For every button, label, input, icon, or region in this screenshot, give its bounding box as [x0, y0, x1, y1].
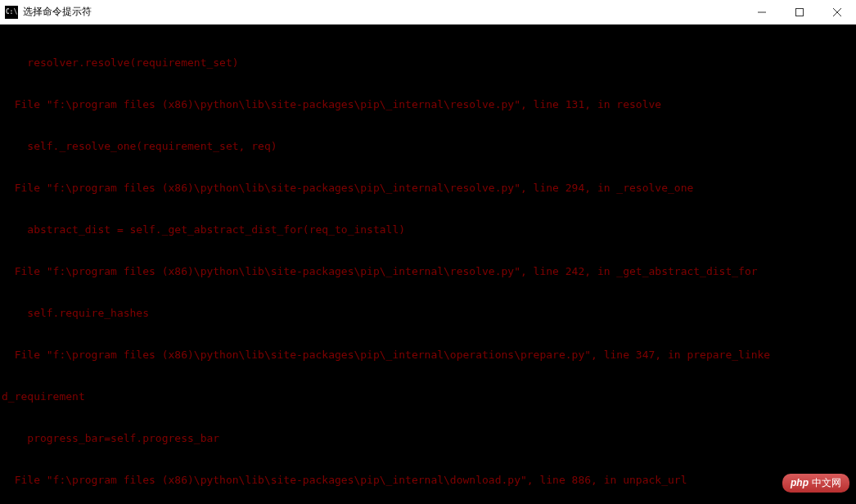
titlebar[interactable]: C:\ 选择命令提示符: [0, 0, 856, 25]
terminal-line: File "f:\program files (x86)\python\lib\…: [2, 473, 854, 487]
terminal-line: abstract_dist = self._get_abstract_dist_…: [2, 223, 854, 236]
svg-rect-1: [796, 8, 804, 16]
window-controls: [743, 0, 856, 24]
terminal-line: resolver.resolve(requirement_set): [2, 56, 854, 70]
close-icon: [833, 8, 841, 16]
terminal-line: File "f:\program files (x86)\python\lib\…: [2, 348, 854, 362]
minimize-button[interactable]: [743, 0, 781, 24]
watermark-badge: php 中文网: [782, 474, 849, 493]
close-button[interactable]: [818, 0, 856, 24]
app-icon: C:\: [5, 6, 18, 19]
terminal-line: d_requirement: [2, 389, 854, 403]
maximize-icon: [795, 8, 804, 16]
terminal-line: File "f:\program files (x86)\python\lib\…: [2, 97, 854, 111]
maximize-button[interactable]: [781, 0, 818, 24]
terminal-line: self.require_hashes: [2, 306, 854, 320]
terminal-line: File "f:\program files (x86)\python\lib\…: [2, 264, 854, 278]
terminal-output[interactable]: resolver.resolve(requirement_set) File "…: [0, 25, 856, 504]
terminal-line: self._resolve_one(requirement_set, req): [2, 139, 854, 153]
terminal-line: File "f:\program files (x86)\python\lib\…: [2, 181, 854, 195]
window-title: 选择命令提示符: [23, 5, 743, 19]
terminal-line: progress_bar=self.progress_bar: [2, 431, 854, 445]
minimize-icon: [758, 8, 766, 16]
command-prompt-window: C:\ 选择命令提示符 resolver.resolve(requirement…: [0, 0, 856, 504]
watermark-logo: php: [791, 476, 809, 490]
watermark-text: 中文网: [812, 476, 841, 490]
